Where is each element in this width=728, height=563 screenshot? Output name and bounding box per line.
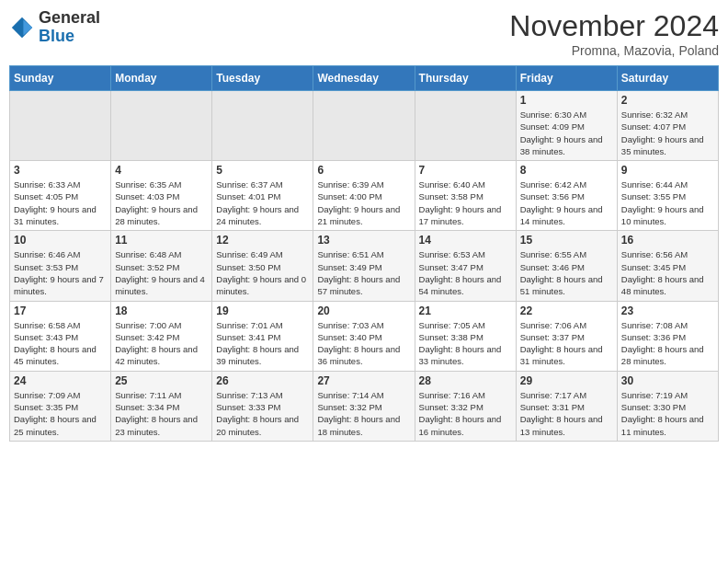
month-title: November 2024 (509, 9, 719, 43)
day-number: 5 (216, 164, 309, 177)
day-info: Sunrise: 7:14 AM Sunset: 3:32 PM Dayligh… (317, 389, 410, 438)
day-cell-28: 28Sunrise: 7:16 AM Sunset: 3:32 PM Dayli… (415, 371, 516, 441)
day-number: 14 (419, 234, 512, 247)
day-cell-25: 25Sunrise: 7:11 AM Sunset: 3:34 PM Dayli… (111, 371, 212, 441)
day-cell-30: 30Sunrise: 7:19 AM Sunset: 3:30 PM Dayli… (617, 371, 718, 441)
day-cell-16: 16Sunrise: 6:56 AM Sunset: 3:45 PM Dayli… (617, 231, 718, 301)
day-info: Sunrise: 6:51 AM Sunset: 3:49 PM Dayligh… (317, 248, 410, 297)
day-number: 1 (520, 94, 613, 107)
day-cell-23: 23Sunrise: 7:08 AM Sunset: 3:36 PM Dayli… (617, 301, 718, 371)
day-cell-5: 5Sunrise: 6:37 AM Sunset: 4:01 PM Daylig… (212, 161, 313, 231)
day-cell-19: 19Sunrise: 7:01 AM Sunset: 3:41 PM Dayli… (212, 301, 313, 371)
weekday-header-row: SundayMondayTuesdayWednesdayThursdayFrid… (10, 66, 719, 91)
day-number: 16 (621, 234, 714, 247)
weekday-tuesday: Tuesday (212, 66, 313, 91)
day-info: Sunrise: 7:00 AM Sunset: 3:42 PM Dayligh… (115, 319, 208, 368)
day-number: 24 (14, 374, 107, 387)
week-row-4: 17Sunrise: 6:58 AM Sunset: 3:43 PM Dayli… (10, 301, 719, 371)
day-info: Sunrise: 7:16 AM Sunset: 3:32 PM Dayligh… (419, 389, 512, 438)
day-cell-2: 2Sunrise: 6:32 AM Sunset: 4:07 PM Daylig… (617, 91, 718, 161)
day-info: Sunrise: 7:03 AM Sunset: 3:40 PM Dayligh… (317, 319, 410, 368)
day-cell-14: 14Sunrise: 6:53 AM Sunset: 3:47 PM Dayli… (415, 231, 516, 301)
day-number: 29 (520, 374, 613, 387)
day-cell-6: 6Sunrise: 6:39 AM Sunset: 4:00 PM Daylig… (313, 161, 415, 231)
week-row-2: 3Sunrise: 6:33 AM Sunset: 4:05 PM Daylig… (10, 161, 719, 231)
day-info: Sunrise: 7:01 AM Sunset: 3:41 PM Dayligh… (216, 319, 309, 368)
day-number: 12 (216, 234, 309, 247)
svg-marker-1 (23, 19, 32, 35)
day-number: 21 (419, 304, 512, 317)
day-cell-29: 29Sunrise: 7:17 AM Sunset: 3:31 PM Dayli… (516, 371, 617, 441)
day-cell-1: 1Sunrise: 6:30 AM Sunset: 4:09 PM Daylig… (516, 91, 617, 161)
day-number: 22 (520, 304, 613, 317)
day-cell-17: 17Sunrise: 6:58 AM Sunset: 3:43 PM Dayli… (10, 301, 111, 371)
day-cell-3: 3Sunrise: 6:33 AM Sunset: 4:05 PM Daylig… (10, 161, 111, 231)
day-cell-18: 18Sunrise: 7:00 AM Sunset: 3:42 PM Dayli… (111, 301, 212, 371)
day-info: Sunrise: 6:40 AM Sunset: 3:58 PM Dayligh… (419, 178, 512, 227)
day-cell-11: 11Sunrise: 6:48 AM Sunset: 3:52 PM Dayli… (111, 231, 212, 301)
day-number: 11 (115, 234, 208, 247)
day-cell-7: 7Sunrise: 6:40 AM Sunset: 3:58 PM Daylig… (415, 161, 516, 231)
day-cell-15: 15Sunrise: 6:55 AM Sunset: 3:46 PM Dayli… (516, 231, 617, 301)
day-info: Sunrise: 7:11 AM Sunset: 3:34 PM Dayligh… (115, 389, 208, 438)
day-cell-20: 20Sunrise: 7:03 AM Sunset: 3:40 PM Dayli… (313, 301, 415, 371)
title-area: November 2024 Promna, Mazovia, Poland (509, 9, 719, 58)
header: General Blue November 2024 Promna, Mazov… (9, 9, 719, 58)
day-number: 7 (419, 164, 512, 177)
calendar: SundayMondayTuesdayWednesdayThursdayFrid… (9, 65, 719, 442)
weekday-saturday: Saturday (617, 66, 718, 91)
day-info: Sunrise: 7:17 AM Sunset: 3:31 PM Dayligh… (520, 389, 613, 438)
empty-cell (415, 91, 516, 161)
day-number: 19 (216, 304, 309, 317)
weekday-wednesday: Wednesday (313, 66, 415, 91)
day-cell-27: 27Sunrise: 7:14 AM Sunset: 3:32 PM Dayli… (313, 371, 415, 441)
day-info: Sunrise: 6:48 AM Sunset: 3:52 PM Dayligh… (115, 248, 208, 297)
day-cell-8: 8Sunrise: 6:42 AM Sunset: 3:56 PM Daylig… (516, 161, 617, 231)
day-number: 3 (14, 164, 107, 177)
day-info: Sunrise: 6:53 AM Sunset: 3:47 PM Dayligh… (419, 248, 512, 297)
day-info: Sunrise: 7:06 AM Sunset: 3:37 PM Dayligh… (520, 319, 613, 368)
day-cell-9: 9Sunrise: 6:44 AM Sunset: 3:55 PM Daylig… (617, 161, 718, 231)
day-cell-21: 21Sunrise: 7:05 AM Sunset: 3:38 PM Dayli… (415, 301, 516, 371)
weekday-monday: Monday (111, 66, 212, 91)
day-number: 10 (14, 234, 107, 247)
day-info: Sunrise: 6:46 AM Sunset: 3:53 PM Dayligh… (14, 248, 107, 297)
day-number: 6 (317, 164, 410, 177)
weekday-friday: Friday (516, 66, 617, 91)
day-info: Sunrise: 6:55 AM Sunset: 3:46 PM Dayligh… (520, 248, 613, 297)
day-number: 2 (621, 94, 714, 107)
day-info: Sunrise: 6:58 AM Sunset: 3:43 PM Dayligh… (14, 319, 107, 368)
week-row-1: 1Sunrise: 6:30 AM Sunset: 4:09 PM Daylig… (10, 91, 719, 161)
empty-cell (111, 91, 212, 161)
day-cell-24: 24Sunrise: 7:09 AM Sunset: 3:35 PM Dayli… (10, 371, 111, 441)
location: Promna, Mazovia, Poland (509, 43, 719, 58)
day-cell-13: 13Sunrise: 6:51 AM Sunset: 3:49 PM Dayli… (313, 231, 415, 301)
empty-cell (10, 91, 111, 161)
empty-cell (212, 91, 313, 161)
day-info: Sunrise: 6:44 AM Sunset: 3:55 PM Dayligh… (621, 178, 714, 227)
empty-cell (313, 91, 415, 161)
day-number: 26 (216, 374, 309, 387)
weekday-sunday: Sunday (10, 66, 111, 91)
day-info: Sunrise: 7:13 AM Sunset: 3:33 PM Dayligh… (216, 389, 309, 438)
day-cell-22: 22Sunrise: 7:06 AM Sunset: 3:37 PM Dayli… (516, 301, 617, 371)
logo-icon (9, 15, 35, 40)
day-number: 23 (621, 304, 714, 317)
day-number: 27 (317, 374, 410, 387)
day-cell-4: 4Sunrise: 6:35 AM Sunset: 4:03 PM Daylig… (111, 161, 212, 231)
day-info: Sunrise: 6:49 AM Sunset: 3:50 PM Dayligh… (216, 248, 309, 297)
day-number: 4 (115, 164, 208, 177)
day-number: 25 (115, 374, 208, 387)
day-info: Sunrise: 7:08 AM Sunset: 3:36 PM Dayligh… (621, 319, 714, 368)
day-number: 30 (621, 374, 714, 387)
logo: General Blue (9, 9, 100, 46)
day-cell-10: 10Sunrise: 6:46 AM Sunset: 3:53 PM Dayli… (10, 231, 111, 301)
day-cell-26: 26Sunrise: 7:13 AM Sunset: 3:33 PM Dayli… (212, 371, 313, 441)
day-info: Sunrise: 7:19 AM Sunset: 3:30 PM Dayligh… (621, 389, 714, 438)
day-number: 20 (317, 304, 410, 317)
logo-general-text: General (39, 8, 100, 27)
day-number: 17 (14, 304, 107, 317)
day-info: Sunrise: 6:30 AM Sunset: 4:09 PM Dayligh… (520, 109, 613, 157)
day-number: 13 (317, 234, 410, 247)
week-row-5: 24Sunrise: 7:09 AM Sunset: 3:35 PM Dayli… (10, 371, 719, 441)
